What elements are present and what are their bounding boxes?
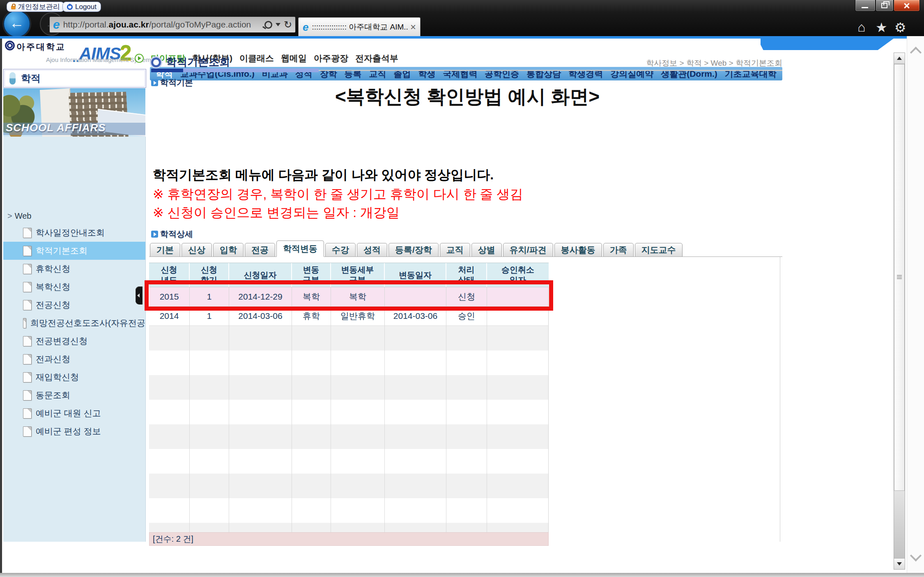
browser-chrome: ← → e http://portal.ajou.ac.kr/portal/go… (0, 0, 924, 36)
tab-11[interactable]: 유치/파견 (503, 243, 553, 257)
capsule-icon (9, 72, 16, 85)
document-icon (23, 354, 32, 364)
privacy-settings-button[interactable]: 개인정보관리 (7, 2, 64, 12)
empty-row (149, 375, 549, 400)
sidebar-item-3[interactable]: 휴학신청 (3, 260, 145, 278)
url-domain: ajou.ac.kr (109, 20, 149, 29)
home-icon[interactable]: ⌂ (857, 20, 865, 35)
scrollbar-thumb[interactable] (894, 64, 905, 491)
section-detail-text: 학적상세 (160, 229, 193, 240)
sidebar-item-8[interactable]: 전과신청 (3, 350, 145, 368)
title-underline-dark (151, 69, 183, 72)
browser-window: ← → e http://portal.ajou.ac.kr/portal/go… (0, 0, 924, 577)
green-play-icon (135, 54, 144, 63)
document-icon (23, 282, 32, 292)
top-menu-item-4[interactable]: 웹메일 (281, 53, 307, 64)
tab-close-icon[interactable]: × (408, 21, 416, 33)
photo-caption: SCHOOL AFFIARS (6, 121, 106, 134)
window-close-button[interactable] (894, 0, 920, 11)
sidebar-item-label: 학사일정안내조회 (36, 227, 105, 238)
sidebar-group[interactable]: >Web (7, 211, 31, 221)
sidebar-menu-list: 학사일정안내조회학적기본조회휴학신청복학신청전공신청희망전공선호도조사(자유전공… (3, 224, 145, 440)
document-icon (23, 228, 32, 238)
address-bar[interactable]: e http://portal.ajou.ac.kr/portal/goToMy… (49, 16, 296, 33)
window-restore-button[interactable] (876, 0, 894, 11)
chevron-down-icon[interactable] (276, 23, 280, 26)
sidebar-item-6[interactable]: 희망전공선호도조사(자유전공 (3, 314, 145, 332)
tab-7[interactable]: 성적 (357, 243, 387, 257)
sidebar-item-11[interactable]: 예비군 대원 신고 (3, 404, 145, 422)
title-underline-thin (319, 70, 782, 71)
tab-12[interactable]: 봉사활동 (554, 243, 602, 257)
breadcrumb: 학사정보 > 학적 > Web > 학적기본조회 (534, 58, 782, 69)
browser-scrollbar[interactable] (907, 36, 924, 573)
tab-14[interactable]: 지도교수 (635, 243, 683, 257)
sidebar-item-label: 재입학신청 (36, 371, 79, 383)
sidebar-item-9[interactable]: 재입학신청 (3, 368, 145, 386)
window-minimize-button[interactable] (855, 0, 876, 11)
logout-label: Logout (75, 3, 97, 11)
empty-row (149, 424, 549, 449)
scrollbar-track[interactable] (894, 491, 905, 559)
refresh-icon[interactable]: ↻ (284, 20, 292, 30)
sidebar-item-label: 희망전공선호도조사(자유전공 (30, 317, 145, 329)
tab-9[interactable]: 교직 (440, 243, 470, 257)
document-icon (23, 300, 32, 310)
search-icon[interactable] (264, 21, 272, 29)
content-right-border (780, 257, 780, 542)
tab-6[interactable]: 수강 (325, 243, 356, 257)
empty-row (149, 474, 549, 498)
minimize-icon (862, 7, 868, 8)
tab-2[interactable]: 신상 (182, 243, 212, 257)
tab-3[interactable]: 입학 (213, 243, 244, 257)
sidebar-item-2[interactable]: 학적기본조회 (3, 242, 145, 260)
ie-tab-icon: e (303, 22, 308, 32)
chevron-up-icon[interactable] (910, 47, 922, 58)
settings-gear-icon[interactable]: ⚙ (894, 20, 906, 35)
tab-13[interactable]: 가족 (603, 243, 634, 257)
record-count-text: [건수: 2 건] (153, 533, 193, 545)
record-count-bar: [건수: 2 건] (149, 532, 549, 546)
university-name: 아주대학교 (16, 41, 66, 53)
sidebar-item-10[interactable]: 동문조회 (3, 386, 145, 404)
back-button[interactable]: ← (3, 10, 30, 37)
scroll-up-arrow-icon[interactable] (894, 53, 905, 64)
favorites-star-icon[interactable]: ★ (876, 20, 887, 35)
sidebar-item-4[interactable]: 복학신청 (3, 278, 145, 296)
scroll-down-arrow-icon[interactable] (894, 558, 905, 569)
top-menu-item-5[interactable]: 아주광장 (314, 53, 348, 64)
tab-10[interactable]: 상별 (471, 243, 502, 257)
back-arrow-icon: ← (9, 14, 24, 32)
warning-note-2: ※ 신청이 승인으로 변경되는 일자 : 개강일 (153, 204, 400, 222)
document-icon (23, 426, 32, 437)
top-menu-item-6[interactable]: 전자출석부 (355, 53, 398, 64)
document-icon (23, 408, 32, 419)
document-icon (23, 336, 32, 346)
sidebar-item-1[interactable]: 학사일정안내조회 (3, 224, 145, 242)
instruction-note: 학적기본조회 메뉴에 다음과 같이 나와 있어야 정상입니다. (153, 166, 494, 184)
sidebar-item-5[interactable]: 전공신청 (3, 296, 145, 314)
sidebar-item-12[interactable]: 예비군 편성 정보 (3, 422, 145, 440)
page-scrollbar[interactable] (894, 53, 905, 570)
sidebar-item-label: 학적기본조회 (36, 245, 87, 256)
tab-5[interactable]: 학적변동 (276, 240, 324, 257)
sidebar-collapse-handle[interactable] (136, 286, 143, 305)
sidebar-item-label: 동문조회 (36, 389, 70, 401)
browser-tab[interactable]: e :::::::::::::::: 아주대학교 AIM... × (298, 17, 421, 36)
top-menu-item-3[interactable]: 이클래스 (239, 53, 274, 64)
tab-1[interactable]: 기본 (150, 243, 180, 257)
sidebar-item-label: 예비군 대원 신고 (36, 408, 101, 419)
page-title-bullet-icon (151, 57, 161, 67)
tab-title: :::::::::::::::: 아주대학교 AIM... (312, 22, 408, 32)
logout-button[interactable]: Logout (62, 2, 101, 12)
document-icon (23, 318, 26, 328)
sidebar-item-7[interactable]: 전공변경신청 (3, 332, 145, 350)
empty-row (149, 350, 549, 375)
warning-note-1: ※ 휴학연장의 경우, 복학이 한 줄 생기고 휴학이 다시 한 줄 생김 (153, 185, 523, 204)
record-tab-strip: 기본신상입학전공학적변동수강성적등록/장학교직상별유치/파견봉사활동가족지도교수 (150, 240, 684, 257)
tab-4[interactable]: 전공 (245, 243, 275, 257)
example-screen-heading: <복학신청 확인방법 예시 화면> (151, 84, 784, 110)
tab-8[interactable]: 등록/장학 (388, 243, 439, 257)
window-bottom-frame (0, 573, 924, 577)
chevron-down-icon[interactable] (910, 550, 922, 561)
